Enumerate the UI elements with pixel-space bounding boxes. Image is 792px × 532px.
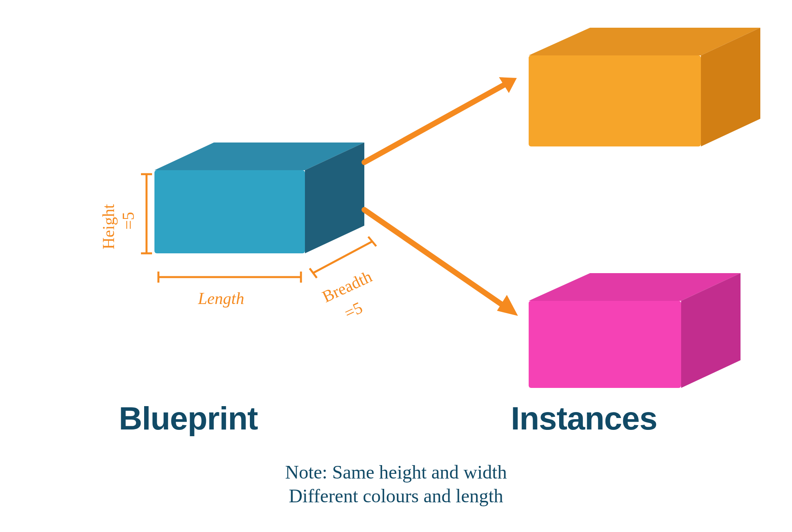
note-line2: Different colours and length xyxy=(0,485,792,507)
svg-line-20 xyxy=(310,268,317,278)
height-value: =5 xyxy=(119,212,138,230)
blueprint-heading-text: Blueprint xyxy=(119,400,258,436)
svg-rect-7 xyxy=(529,301,681,388)
svg-line-21 xyxy=(368,237,376,246)
height-label: Height xyxy=(99,204,118,249)
blueprint-heading: Blueprint xyxy=(119,400,258,437)
svg-line-11 xyxy=(364,210,511,311)
height-bracket-icon xyxy=(139,170,154,257)
svg-rect-4 xyxy=(529,55,701,146)
instances-heading-text: Instances xyxy=(511,400,657,436)
height-text: Height xyxy=(99,204,118,249)
length-text: Length xyxy=(198,289,244,308)
arrow-to-instance2-icon xyxy=(360,202,527,325)
note-line1-text: Note: Same height and width xyxy=(285,462,507,483)
note-line1: Note: Same height and width xyxy=(0,461,792,483)
svg-line-9 xyxy=(364,81,511,162)
length-bracket-icon xyxy=(154,269,305,285)
instance-box-orange-icon xyxy=(523,24,768,158)
height-value-text: =5 xyxy=(119,212,137,230)
diagram-canvas: Height =5 Length Breadth =5 Blueprint In… xyxy=(0,0,792,532)
instance-box-pink-icon xyxy=(523,269,748,400)
svg-rect-1 xyxy=(154,170,305,253)
length-label: Length xyxy=(198,289,244,308)
arrow-to-instance1-icon xyxy=(360,69,527,168)
note-line2-text: Different colours and length xyxy=(289,485,503,506)
instances-heading: Instances xyxy=(511,400,657,437)
